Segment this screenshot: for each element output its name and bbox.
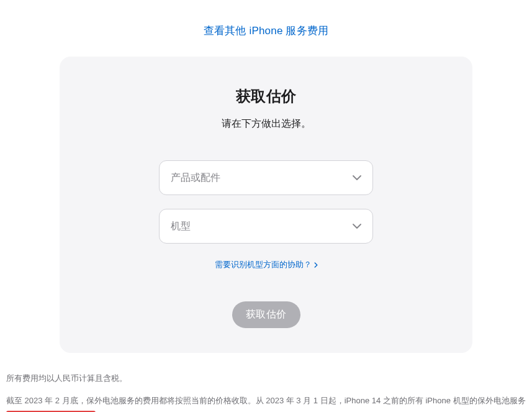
footer-notes: 所有费用均以人民币计算且含税。 截至 2023 年 2 月底，保外电池服务的费用… (0, 353, 532, 412)
chevron-right-icon (314, 262, 318, 268)
top-link-container: 查看其他 iPhone 服务费用 (0, 0, 532, 57)
chevron-down-icon (353, 224, 361, 229)
view-other-services-link[interactable]: 查看其他 iPhone 服务费用 (204, 25, 329, 37)
chevron-down-icon (353, 175, 361, 180)
model-select[interactable]: 机型 (159, 209, 373, 244)
card-subtitle: 请在下方做出选择。 (84, 117, 448, 130)
footer-note-1: 所有费用均以人民币计算且含税。 (6, 370, 526, 387)
model-select-wrapper: 机型 (159, 209, 373, 244)
model-select-placeholder: 机型 (171, 220, 191, 233)
estimate-card: 获取估价 请在下方做出选择。 产品或配件 机型 需要识别机型方面的协助？ (60, 57, 472, 353)
footer-note-2-text: 截至 2023 年 2 月底，保外电池服务的费用都将按照当前的价格收取。从 20… (6, 396, 526, 405)
get-estimate-button[interactable]: 获取估价 (232, 301, 300, 328)
identify-model-help-link[interactable]: 需要识别机型方面的协助？ (215, 259, 318, 270)
product-select-placeholder: 产品或配件 (171, 172, 220, 185)
footer-note-2: 截至 2023 年 2 月底，保外电池服务的费用都将按照当前的价格收取。从 20… (6, 393, 526, 412)
help-link-label: 需要识别机型方面的协助？ (215, 259, 312, 270)
help-link-container: 需要识别机型方面的协助？ (84, 259, 448, 270)
card-title: 获取估价 (84, 86, 448, 106)
product-select-wrapper: 产品或配件 (159, 160, 373, 195)
submit-wrapper: 获取估价 (84, 301, 448, 328)
product-select[interactable]: 产品或配件 (159, 160, 373, 195)
